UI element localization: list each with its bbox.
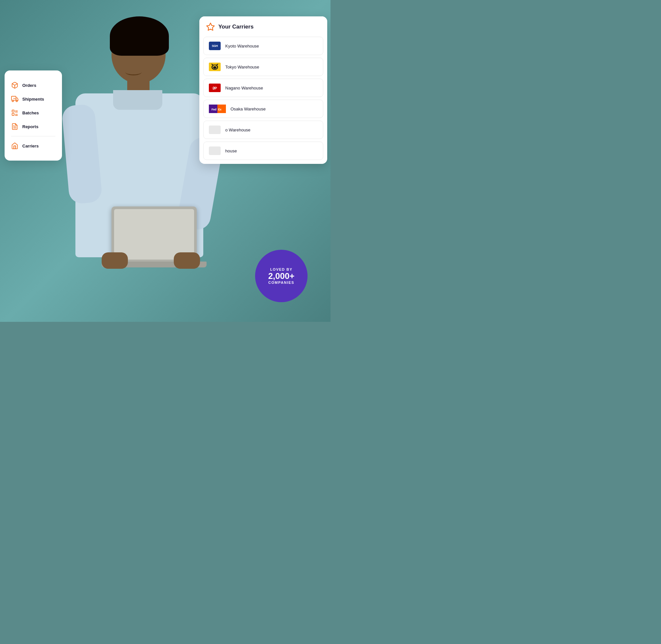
carrier-list: SGH Kyoto Warehouse Tokyo Warehouse [199,37,327,164]
document-icon [11,123,18,130]
shipments-label: Shipments [22,97,44,101]
carriers-card: Your Carriers SGH Kyoto Warehouse [199,16,327,164]
nav-item-batches[interactable]: Batches [11,106,56,120]
svg-text:Fed: Fed [212,108,216,111]
kyoto-logo: SGH [209,42,221,50]
carriers-card-title: Your Carriers [218,24,254,30]
grid-icon [11,109,18,116]
tokyo-name: Tokyo Warehouse [225,65,259,69]
carrier-item-kyoto[interactable]: SGH Kyoto Warehouse [203,37,323,55]
reports-label: Reports [22,124,38,129]
carrier-item-nagano[interactable]: JP Nagano Warehouse [203,79,323,97]
nav-item-carriers[interactable]: Carriers [11,139,56,153]
nav-divider [11,136,56,136]
nagano-name: Nagano Warehouse [225,86,263,90]
box-icon [11,82,18,89]
store-icon [11,142,18,150]
carriers-card-header: Your Carriers [199,16,327,37]
svg-rect-5 [12,110,14,112]
osaka-name: Osaka Warehouse [230,107,266,111]
carrier-item-partial2[interactable]: house [203,142,323,160]
badge-line3: COMPANIES [268,280,294,284]
partial1-logo [209,125,221,134]
kyoto-name: Kyoto Warehouse [225,44,259,48]
svg-point-3 [16,100,18,102]
badge-line2: 2,000+ [268,271,294,281]
svg-marker-15 [206,23,214,30]
batches-label: Batches [22,111,39,115]
carrier-header-icon [206,22,215,31]
svg-text:Ex: Ex [218,108,222,111]
carrier-item-partial1[interactable]: o Warehouse [203,121,323,139]
carrier-item-tokyo[interactable]: Tokyo Warehouse [203,58,323,76]
carriers-label: Carriers [22,143,39,148]
nav-item-shipments[interactable]: Shipments [11,92,56,106]
partial2-logo [209,146,221,155]
nav-item-reports[interactable]: Reports [11,120,56,133]
orders-label: Orders [22,83,37,88]
truck-icon [11,95,18,102]
left-nav-card: Orders Shipments Batches [5,70,62,161]
svg-point-2 [12,100,14,102]
osaka-logo: Fed Ex [209,105,226,113]
badge-line1: LOVED BY [270,268,292,271]
partial2-name: house [225,148,237,153]
nav-item-orders[interactable]: Orders [11,78,56,92]
tokyo-logo [209,63,221,71]
svg-point-19 [213,66,216,69]
nagano-logo: JP [209,84,221,92]
partial1-name: o Warehouse [225,128,250,132]
svg-rect-14 [14,146,16,149]
svg-rect-6 [12,113,14,115]
carrier-item-osaka[interactable]: Fed Ex Osaka Warehouse [203,100,323,118]
loved-by-badge: LOVED BY 2,000+ COMPANIES [255,250,308,302]
